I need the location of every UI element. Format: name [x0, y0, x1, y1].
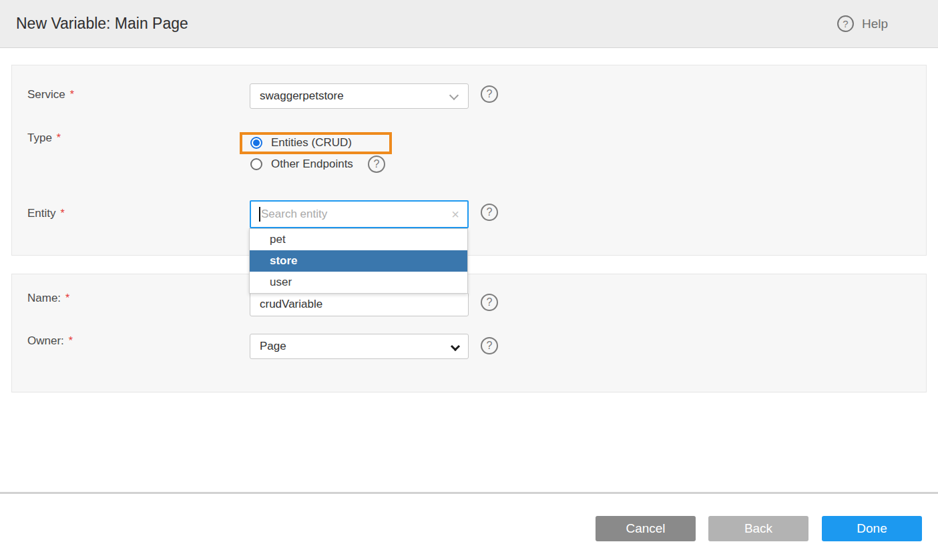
help-button[interactable]: ? Help — [837, 15, 888, 32]
question-glyph: ? — [487, 296, 493, 308]
owner-help-icon[interactable]: ? — [481, 337, 498, 354]
footer-divider — [0, 492, 938, 494]
entity-label-text: Entity — [27, 207, 56, 220]
back-button[interactable]: Back — [708, 516, 808, 541]
owner-label-text: Owner: — [27, 334, 64, 347]
dropdown-option-pet[interactable]: pet — [250, 229, 467, 250]
dropdown-option-store[interactable]: store — [250, 250, 467, 272]
question-glyph: ? — [487, 340, 493, 352]
question-glyph: ? — [373, 158, 379, 170]
help-icon-glyph: ? — [843, 18, 848, 29]
name-label: Name:* — [27, 292, 69, 305]
entity-search-placeholder: Search entity — [261, 208, 451, 221]
question-glyph: ? — [487, 206, 493, 218]
question-glyph: ? — [487, 88, 493, 100]
type-label-text: Type — [27, 131, 52, 144]
service-type-entity-panel: Service* swaggerpetstore ? Type* Entitie… — [11, 65, 927, 256]
owner-required-asterisk: * — [69, 335, 73, 346]
cancel-button[interactable]: Cancel — [596, 516, 696, 541]
radio-selected-icon[interactable] — [250, 137, 262, 149]
entity-label: Entity* — [27, 207, 65, 220]
entity-required-asterisk: * — [61, 208, 65, 219]
dialog-header: New Variable: Main Page ? Help — [0, 0, 938, 48]
name-input[interactable]: crudVariable — [250, 292, 469, 316]
service-label-text: Service — [27, 88, 65, 101]
service-required-asterisk: * — [70, 89, 74, 100]
page-title: New Variable: Main Page — [16, 15, 188, 33]
radio-label-other-endpoints: Other Endpoints — [271, 158, 353, 171]
name-label-text: Name: — [27, 292, 61, 304]
radio-unselected-icon[interactable] — [250, 158, 262, 170]
type-label: Type* — [27, 131, 61, 145]
text-cursor — [259, 207, 260, 222]
done-button[interactable]: Done — [822, 516, 922, 541]
radio-option-other-endpoints[interactable]: Other Endpoints ? — [250, 156, 385, 173]
help-label: Help — [862, 17, 888, 31]
chevron-down-icon — [449, 91, 459, 100]
radio-label-entities: Entities (CRUD) — [271, 136, 352, 150]
chevron-down-icon — [451, 342, 460, 351]
name-owner-panel: Name:* crudVariable ? Owner:* Page ? — [11, 274, 927, 392]
entity-help-icon[interactable]: ? — [481, 204, 498, 221]
radio-option-entities-crud[interactable]: Entities (CRUD) — [250, 136, 352, 150]
owner-select[interactable]: Page — [250, 334, 469, 359]
service-select[interactable]: swaggerpetstore — [250, 83, 469, 109]
service-label: Service* — [27, 88, 74, 101]
service-help-icon[interactable]: ? — [481, 85, 498, 103]
type-required-asterisk: * — [57, 132, 61, 144]
owner-label: Owner:* — [27, 334, 73, 348]
name-help-icon[interactable]: ? — [481, 294, 498, 311]
type-help-icon[interactable]: ? — [368, 156, 385, 173]
entity-options-dropdown: pet store user — [249, 228, 468, 294]
entity-search-input[interactable]: Search entity × — [250, 200, 469, 228]
clear-x-icon[interactable]: × — [451, 208, 459, 221]
owner-select-value: Page — [260, 340, 286, 353]
help-circle-icon: ? — [837, 15, 854, 32]
name-input-value: crudVariable — [260, 298, 322, 311]
dropdown-option-user[interactable]: user — [250, 272, 467, 293]
service-select-value: swaggerpetstore — [260, 89, 344, 103]
name-required-asterisk: * — [65, 292, 69, 304]
